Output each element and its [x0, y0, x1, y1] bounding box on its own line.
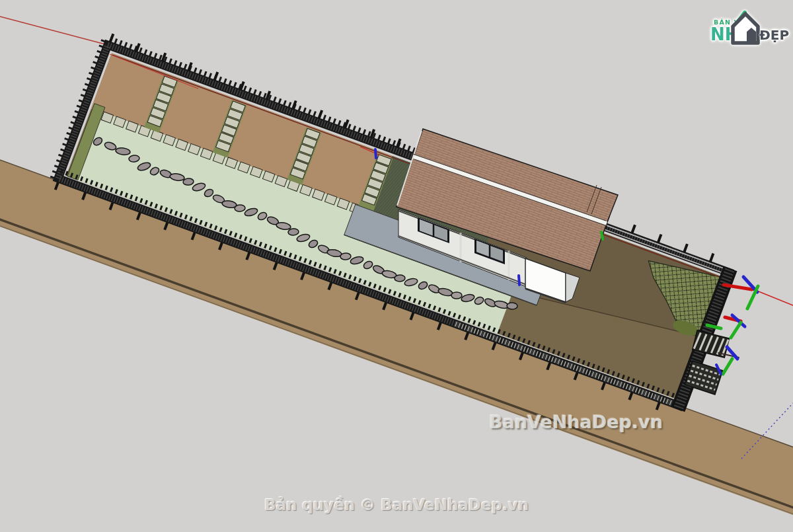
house-logo-icon — [729, 10, 762, 46]
stepping-stone — [507, 303, 517, 309]
logo-text-dep: ĐẸP — [759, 27, 789, 43]
blue-axis-tick — [519, 276, 519, 285]
stepping-stone — [235, 204, 246, 211]
green-axis-tick — [601, 232, 603, 239]
stepping-stone — [340, 253, 351, 260]
stepping-stone — [395, 275, 405, 282]
banvenhadep-logo[interactable]: BẢN VẼ NH ĐẸP — [708, 9, 786, 50]
stepping-stone — [288, 229, 299, 236]
blue-axis-tick — [375, 149, 376, 158]
stepping-stone — [451, 292, 462, 299]
sketchup-3d-viewport[interactable] — [0, 0, 793, 532]
copyright-watermark: Bản quyền © BanVeNhaDep.vn — [0, 496, 793, 513]
stepping-stone — [183, 178, 194, 185]
center-watermark: BanVeNhaDep.vn — [489, 412, 663, 432]
